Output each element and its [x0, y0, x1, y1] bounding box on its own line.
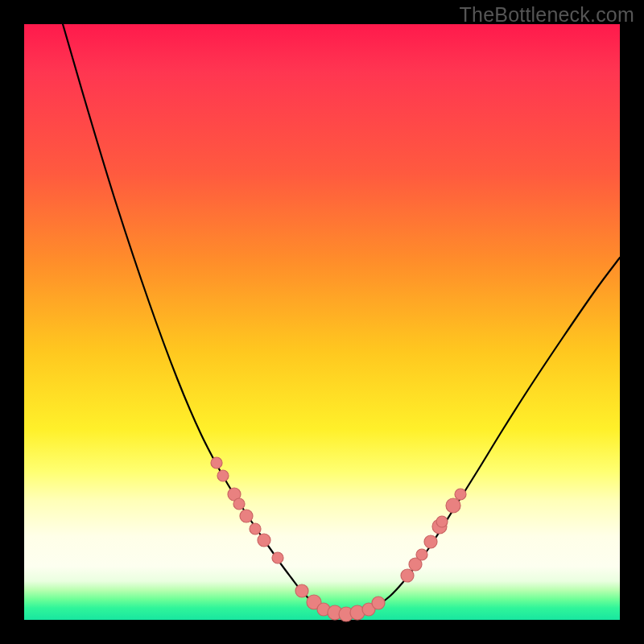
plot-area	[24, 24, 620, 620]
data-marker	[436, 516, 448, 527]
data-marker	[416, 549, 427, 560]
data-marker	[233, 498, 245, 510]
data-marker	[372, 597, 385, 609]
figure-root: TheBottleneck.com	[0, 0, 644, 644]
data-marker	[446, 498, 460, 513]
watermark-text: TheBottleneck.com	[460, 3, 634, 27]
bottleneck-curve-left	[63, 24, 346, 615]
data-marker	[217, 470, 229, 481]
data-marker	[272, 552, 283, 564]
data-marker	[401, 569, 414, 582]
bottleneck-curve-right	[346, 258, 620, 615]
data-marker	[455, 489, 466, 500]
data-markers-group	[211, 457, 466, 621]
data-marker	[211, 457, 222, 469]
data-marker	[424, 535, 437, 548]
data-marker	[295, 584, 308, 597]
data-marker	[250, 523, 261, 535]
bottleneck-curve-layer	[24, 24, 620, 620]
data-marker	[258, 534, 270, 547]
data-marker	[240, 510, 253, 522]
